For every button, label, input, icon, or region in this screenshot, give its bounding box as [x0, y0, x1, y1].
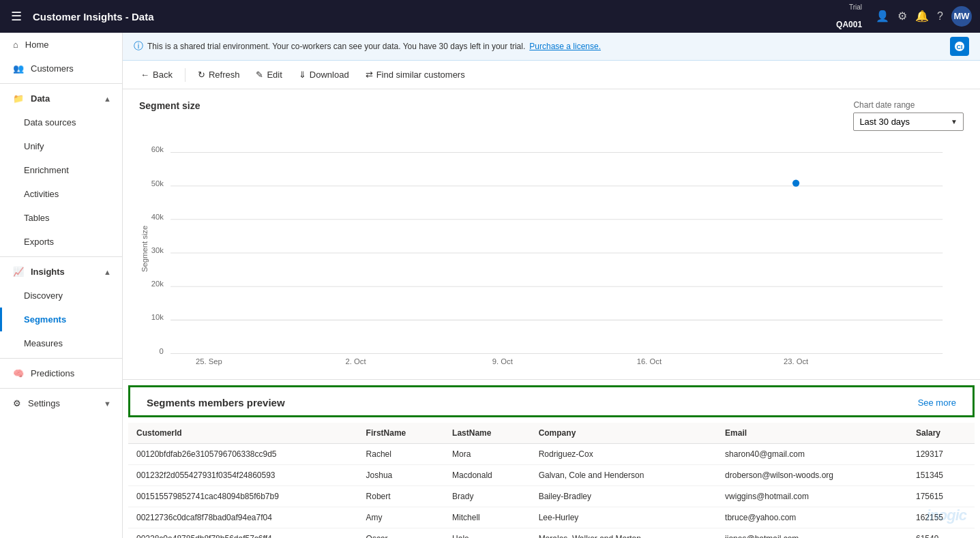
sidebar-item-activities[interactable]: Activities — [0, 182, 122, 206]
col-company: Company — [531, 423, 717, 444]
svg-text:23. Oct: 23. Oct — [784, 357, 809, 365]
hamburger-menu[interactable]: ☰ — [8, 6, 25, 27]
sidebar-item-exports[interactable]: Exports — [0, 230, 122, 254]
cell-customerid: 00228c0e48785db8f78b56daf57c6ff4 — [128, 528, 358, 539]
refresh-button[interactable]: ↻ Refresh — [191, 66, 247, 83]
toolbar: ← Back ↻ Refresh ✎ Edit ⇓ Download ⇄ Fin… — [123, 61, 980, 89]
download-icon: ⇓ — [299, 70, 306, 80]
sidebar-item-unify[interactable]: Unify — [0, 134, 122, 158]
settings-nav-icon: ⚙ — [13, 398, 21, 408]
sidebar-item-tables[interactable]: Tables — [0, 206, 122, 230]
cell-email: sharon40@gmail.com — [717, 444, 908, 465]
cell-email: droberson@wilson-woods.org — [717, 465, 908, 486]
download-button[interactable]: ⇓ Download — [292, 66, 356, 83]
table-row: 00212736c0dcaf8f78bad0af94ea7f04 Amy Mit… — [128, 507, 975, 528]
cell-salary: 129317 — [908, 444, 975, 465]
date-range-dropdown[interactable]: Last 30 days ▼ — [853, 113, 964, 131]
sidebar-label-activities: Activities — [24, 189, 59, 199]
sidebar-label-home: Home — [25, 40, 49, 50]
see-more-link[interactable]: See more — [918, 398, 956, 408]
refresh-label: Refresh — [209, 70, 240, 80]
sidebar-item-home[interactable]: ⌂ Home — [0, 33, 122, 57]
sidebar-label-unify: Unify — [24, 141, 44, 151]
avatar[interactable]: MW — [951, 6, 972, 27]
sidebar-item-customers[interactable]: 👥 Customers — [0, 57, 122, 80]
sidebar-item-discovery[interactable]: Discovery — [0, 284, 122, 308]
user-icon[interactable]: 👤 — [876, 10, 889, 23]
cell-customerid: 001515579852741cac48094b85f6b7b9 — [128, 486, 358, 507]
predictions-icon: 🧠 — [13, 368, 24, 378]
cell-firstname: Oscar — [358, 528, 445, 539]
svg-text:30k: 30k — [151, 246, 164, 254]
svg-text:CI: CI — [957, 44, 963, 50]
trial-label: Trial — [849, 3, 862, 12]
segments-preview-title: Segments members preview — [147, 397, 285, 408]
cell-lastname: Mitchell — [444, 507, 531, 528]
sidebar-label-measures: Measures — [24, 338, 63, 348]
cell-company: Morales, Walker and Morton — [531, 528, 717, 539]
table-row: 00228c0e48785db8f78b56daf57c6ff4 Oscar H… — [128, 528, 975, 539]
back-button[interactable]: ← Back — [134, 66, 179, 83]
cell-lastname: Brady — [444, 486, 531, 507]
download-label: Download — [310, 70, 349, 80]
cell-company: Bailey-Bradley — [531, 486, 717, 507]
ci-app-icon: CI — [950, 37, 969, 56]
sidebar-section-insights[interactable]: 📈 Insights ▲ — [0, 260, 122, 284]
sidebar-item-settings[interactable]: ⚙ Settings ▼ — [0, 391, 122, 415]
content-area: ⓘ This is a shared trial environment. Yo… — [123, 33, 980, 538]
sidebar-label-segments: Segments — [24, 314, 66, 325]
edit-icon: ✎ — [256, 70, 263, 80]
chart-svg: 0 10k 20k 30k 40k 50k 60k Segment size — [139, 136, 964, 368]
date-range-value: Last 30 days — [859, 117, 910, 127]
table-body: 00120bfdfab26e3105796706338cc9d5 Rachel … — [128, 444, 975, 539]
back-icon: ← — [140, 70, 149, 80]
sidebar-item-predictions[interactable]: 🧠 Predictions — [0, 361, 122, 385]
cell-salary: 175615 — [908, 486, 975, 507]
sidebar-item-segments[interactable]: Segments — [0, 308, 122, 331]
sidebar-label-customers: Customers — [31, 63, 74, 74]
svg-text:10k: 10k — [151, 313, 164, 321]
page-content: Segment size Chart date range Last 30 da… — [123, 89, 980, 538]
table-header-row: CustomerId FirstName LastName Company Em… — [128, 423, 975, 444]
trial-banner: ⓘ This is a shared trial environment. Yo… — [123, 33, 980, 61]
svg-text:40k: 40k — [151, 213, 164, 221]
sidebar-item-measures[interactable]: Measures — [0, 331, 122, 355]
chart-header: Segment size Chart date range Last 30 da… — [139, 100, 964, 131]
sidebar-label-predictions: Predictions — [31, 368, 74, 378]
app-title: Customer Insights - Data — [33, 11, 828, 23]
data-icon: 📁 — [13, 93, 24, 104]
edit-button[interactable]: ✎ Edit — [249, 66, 288, 83]
purchase-link[interactable]: Purchase a license. — [529, 42, 601, 51]
edit-label: Edit — [267, 70, 282, 80]
segments-preview-section: Segments members preview See more Custom… — [123, 379, 980, 538]
table-row: 001515579852741cac48094b85f6b7b9 Robert … — [128, 486, 975, 507]
insights-icon: 📈 — [13, 267, 24, 277]
table-row: 001232f2d055427931f0354f24860593 Joshua … — [128, 465, 975, 486]
svg-text:16. Oct: 16. Oct — [637, 357, 662, 365]
insights-toggle-icon: ▲ — [104, 268, 111, 276]
cell-salary: 61549 — [908, 528, 975, 539]
sidebar-item-enrichment[interactable]: Enrichment — [0, 158, 122, 182]
refresh-icon: ↻ — [198, 70, 205, 80]
notifications-icon[interactable]: 🔔 — [915, 10, 929, 23]
chart-container: 0 10k 20k 30k 40k 50k 60k Segment size — [139, 136, 964, 368]
svg-text:2. Oct: 2. Oct — [346, 357, 367, 365]
chart-date-range: Chart date range Last 30 days ▼ — [853, 100, 964, 131]
find-similar-button[interactable]: ⇄ Find similar customers — [359, 66, 472, 83]
data-toggle-icon: ▲ — [104, 95, 111, 103]
chevron-down-icon: ▼ — [951, 118, 957, 125]
sidebar-label-data: Data — [31, 93, 50, 104]
sidebar-label-discovery: Discovery — [24, 290, 63, 301]
sidebar-item-data-sources[interactable]: Data sources — [0, 110, 122, 134]
sidebar-section-data[interactable]: 📁 Data ▲ — [0, 87, 122, 110]
settings-icon[interactable]: ⚙ — [897, 10, 907, 23]
find-similar-label: Find similar customers — [376, 70, 465, 80]
trial-info: Trial QA001 — [836, 3, 862, 29]
top-navigation: ☰ Customer Insights - Data Trial QA001 👤… — [0, 0, 980, 33]
svg-text:25. Sep: 25. Sep — [196, 357, 222, 365]
chart-section: Segment size Chart date range Last 30 da… — [123, 89, 980, 379]
cell-company: Lee-Hurley — [531, 507, 717, 528]
cell-salary: 162155 — [908, 507, 975, 528]
cell-firstname: Amy — [358, 507, 445, 528]
help-icon[interactable]: ? — [937, 10, 943, 23]
